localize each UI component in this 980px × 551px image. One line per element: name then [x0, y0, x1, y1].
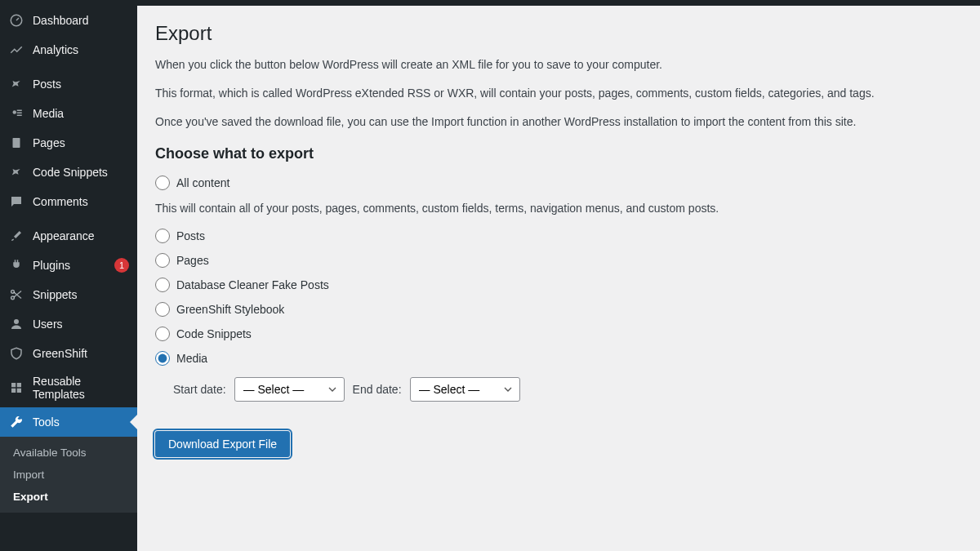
media-icon [8, 105, 24, 122]
radio-pages[interactable] [155, 253, 170, 268]
menu-label: Posts [33, 78, 129, 91]
menu-label: Plugins [33, 259, 110, 272]
end-date-select[interactable]: — Select — [410, 377, 520, 402]
menu-label: Tools [33, 415, 129, 429]
pin-icon [8, 164, 24, 180]
update-badge: 1 [114, 258, 129, 273]
radio-code-snippets[interactable] [155, 327, 170, 341]
sidebar-item-pages[interactable]: Pages [0, 128, 137, 158]
radio-label: Media [176, 352, 207, 365]
menu-label: Media [33, 107, 129, 120]
comment-icon [8, 193, 24, 210]
radio-label: Database Cleaner Fake Posts [176, 278, 329, 291]
menu-label: Code Snippets [33, 166, 129, 179]
sidebar-item-media[interactable]: Media [0, 99, 137, 128]
intro-paragraph-2: This format, which is called WordPress e… [155, 85, 962, 102]
submenu-export[interactable]: Export [0, 486, 137, 508]
radio-label: GreenShift Stylebook [176, 303, 284, 316]
dashboard-icon [8, 12, 24, 29]
brush-icon [8, 228, 24, 244]
submenu-available-tools[interactable]: Available Tools [0, 442, 137, 464]
admin-bar [0, 0, 980, 6]
menu-label: Dashboard [33, 14, 129, 27]
page-title: Export [155, 22, 962, 45]
menu-label: Appearance [33, 229, 129, 242]
option-pages[interactable]: Pages [155, 253, 962, 268]
wrench-icon [8, 414, 24, 430]
menu-label: Pages [33, 136, 129, 149]
menu-label: Snippets [33, 288, 129, 301]
start-date-label: Start date: [173, 383, 226, 396]
radio-label: Code Snippets [176, 327, 252, 340]
sidebar-item-code-snippets[interactable]: Code Snippets [0, 158, 137, 187]
user-icon [8, 316, 24, 332]
radio-db-cleaner[interactable] [155, 278, 170, 292]
menu-label: GreenShift [33, 347, 129, 360]
start-date-select[interactable]: — Select — [234, 377, 345, 402]
option-code-snippets[interactable]: Code Snippets [155, 327, 962, 341]
intro-paragraph-3: Once you've saved the download file, you… [155, 113, 962, 131]
sidebar-item-users[interactable]: Users [0, 309, 137, 339]
intro-paragraph-1: When you click the button below WordPres… [155, 56, 962, 73]
shield-icon [8, 345, 24, 362]
end-date-label: End date: [353, 383, 402, 396]
radio-all-content[interactable] [155, 176, 170, 190]
sidebar-item-plugins[interactable]: Plugins 1 [0, 251, 137, 280]
download-export-button[interactable]: Download Export File [155, 431, 290, 457]
content-area: Export When you click the button below W… [137, 6, 980, 551]
sidebar-item-snippets[interactable]: Snippets [0, 280, 137, 309]
radio-greenshift-stylebook[interactable] [155, 302, 170, 317]
grid-icon [8, 380, 24, 396]
radio-media[interactable] [155, 351, 170, 366]
menu-label: Users [33, 318, 129, 331]
plug-icon [8, 257, 24, 273]
date-filter-row: Start date: — Select — End date: — Selec… [173, 377, 962, 402]
svg-point-5 [14, 319, 19, 324]
svg-point-1 [13, 110, 17, 114]
page-icon [8, 135, 24, 151]
option-all-content-desc: This will contain all of your posts, pag… [155, 200, 962, 217]
sidebar-item-analytics[interactable]: Analytics [0, 35, 137, 64]
sidebar-item-greenshift[interactable]: GreenShift [0, 339, 137, 368]
tools-submenu: Available Tools Import Export [0, 437, 137, 513]
menu-label: Reusable Templates [33, 375, 129, 401]
svg-rect-9 [17, 389, 21, 393]
radio-label: Posts [176, 229, 205, 242]
menu-label: Analytics [33, 43, 129, 56]
scissors-icon [8, 287, 24, 303]
menu-label: Comments [33, 195, 129, 208]
sidebar-item-dashboard[interactable]: Dashboard [0, 6, 137, 35]
radio-label: All content [176, 176, 229, 189]
option-greenshift-stylebook[interactable]: GreenShift Stylebook [155, 302, 962, 317]
option-posts[interactable]: Posts [155, 229, 962, 243]
svg-rect-8 [11, 389, 16, 393]
submenu-import[interactable]: Import [0, 464, 137, 486]
option-db-cleaner[interactable]: Database Cleaner Fake Posts [155, 278, 962, 292]
radio-posts[interactable] [155, 229, 170, 243]
svg-rect-7 [17, 383, 21, 387]
section-heading: Choose what to export [155, 145, 962, 162]
option-media[interactable]: Media [155, 351, 962, 366]
pin-icon [8, 76, 24, 92]
analytics-icon [8, 42, 24, 58]
sidebar-item-reusable-templates[interactable]: Reusable Templates [0, 368, 137, 407]
svg-rect-2 [13, 138, 20, 148]
option-all-content[interactable]: All content [155, 176, 962, 190]
sidebar-item-comments[interactable]: Comments [0, 187, 137, 216]
svg-rect-6 [11, 383, 16, 387]
sidebar-item-appearance[interactable]: Appearance [0, 221, 137, 251]
sidebar-item-tools[interactable]: Tools [0, 407, 137, 437]
main-layout: Dashboard Analytics Posts Media Pages Co… [0, 6, 980, 551]
admin-sidebar: Dashboard Analytics Posts Media Pages Co… [0, 6, 137, 551]
sidebar-item-posts[interactable]: Posts [0, 69, 137, 99]
radio-label: Pages [176, 254, 209, 267]
